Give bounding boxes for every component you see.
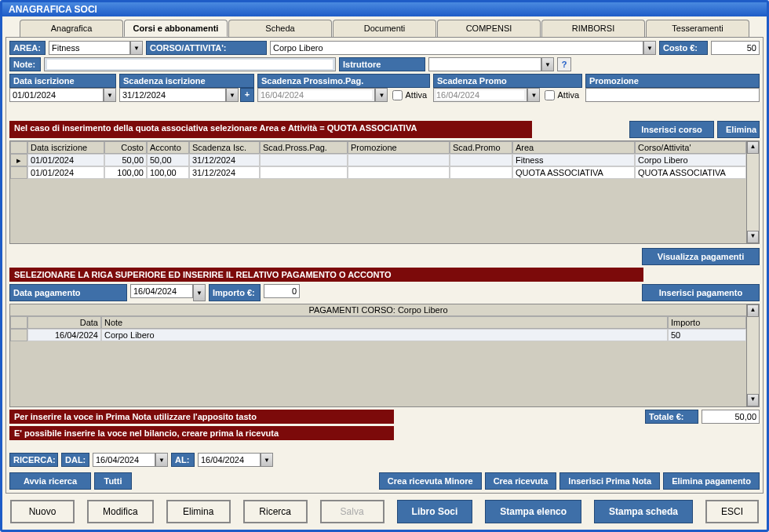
promozione-input[interactable] xyxy=(585,88,760,102)
nuovo-button[interactable]: Nuovo xyxy=(10,500,75,523)
chevron-down-icon[interactable]: ▼ xyxy=(193,284,206,301)
importo-label: Importo €: xyxy=(209,284,261,301)
banner-seleziona-riga: SELEZIONARE LA RIGA SUPERIORE ED INSERIR… xyxy=(9,268,643,282)
scadenza-promo-input[interactable] xyxy=(433,88,527,102)
data-iscrizione-label: Data iscrizione xyxy=(9,74,116,88)
banner-bilancio: E' possibile inserire la voce nel bilanc… xyxy=(9,426,394,440)
costo-label: Costo €: xyxy=(659,41,708,55)
col-promozione[interactable]: Promozione xyxy=(348,141,450,154)
chevron-down-icon[interactable]: ▼ xyxy=(541,57,554,71)
tutti-button[interactable]: Tutti xyxy=(94,472,132,490)
scadenza-prossimo-pag-label: Scadenza Prossimo.Pag. xyxy=(257,74,430,88)
note-label: Note: xyxy=(9,57,41,71)
window-title: ANAGRAFICA SOCI xyxy=(2,2,767,16)
al-input[interactable] xyxy=(198,453,261,467)
totale-label: Totale €: xyxy=(645,410,698,424)
tab-anagrafica[interactable]: Anagrafica xyxy=(20,20,123,37)
chevron-down-icon[interactable]: ▼ xyxy=(226,88,239,102)
scroll-down-icon[interactable]: ▼ xyxy=(747,231,759,243)
libro-soci-button[interactable]: Libro Soci xyxy=(397,500,473,523)
help-icon[interactable]: ? xyxy=(557,57,571,71)
stampa-scheda-button[interactable]: Stampa scheda xyxy=(594,500,693,523)
banner-quota: Nel caso di inserimento della quota asso… xyxy=(9,121,532,138)
dal-label: DAL: xyxy=(61,453,89,467)
col-importo[interactable]: Importo xyxy=(668,316,746,329)
tab-rimborsi[interactable]: RIMBORSI xyxy=(541,20,645,37)
area-select[interactable] xyxy=(49,41,130,55)
chevron-down-icon[interactable]: ▼ xyxy=(155,453,168,467)
col-note[interactable]: Note xyxy=(101,316,668,329)
attiva1-checkbox[interactable]: Attiva xyxy=(389,88,430,102)
inserisci-prima-nota-button[interactable]: Inserisci Prima Nota xyxy=(559,472,660,490)
inserisci-pagamento-button[interactable]: Inserisci pagamento xyxy=(642,284,760,301)
costo-input[interactable] xyxy=(711,41,760,55)
scadenza-pross-pag-input[interactable] xyxy=(257,88,375,102)
stampa-elenco-button[interactable]: Stampa elenco xyxy=(485,500,581,523)
col-acconto[interactable]: Acconto xyxy=(147,141,189,154)
col-costo[interactable]: Costo xyxy=(104,141,147,154)
scadenza-iscrizione-input[interactable] xyxy=(119,88,226,102)
col-scadenza-isc[interactable]: Scadenza Isc. xyxy=(189,141,260,154)
elimina-button[interactable]: Elimina xyxy=(166,500,231,523)
dal-input[interactable] xyxy=(93,453,155,467)
corso-select[interactable] xyxy=(270,41,643,55)
data-pagamento-label: Data pagamento xyxy=(9,284,127,301)
istruttore-label: Istruttore xyxy=(339,57,425,71)
avvia-ricerca-button[interactable]: Avvia ricerca xyxy=(9,472,91,490)
istruttore-select[interactable] xyxy=(428,57,541,71)
scadenza-promo-label: Scadenza Promo xyxy=(433,74,582,88)
note-input[interactable] xyxy=(44,57,336,71)
table-row[interactable]: ▸ 01/01/2024 50,00 50,00 31/12/2024 Fitn… xyxy=(10,154,759,166)
grid2-title: PAGAMENTI CORSO: Corpo Libero xyxy=(10,304,746,316)
visualizza-pagamenti-button[interactable]: Visualizza pagamenti xyxy=(642,248,760,265)
corso-label: CORSO/ATTIVITA': xyxy=(146,41,267,55)
data-pagamento-input[interactable] xyxy=(130,284,193,298)
area-label: AREA: xyxy=(9,41,46,55)
tab-scheda[interactable]: Scheda xyxy=(228,20,332,37)
scadenza-iscrizione-label: Scadenza iscrizione xyxy=(119,74,254,88)
tab-bar: Anagrafica Corsi e abbonamenti Scheda Do… xyxy=(5,20,764,37)
modifica-button[interactable]: Modifica xyxy=(87,500,154,523)
tab-documenti[interactable]: Documenti xyxy=(333,20,436,37)
tab-tesseramenti[interactable]: Tesseramenti xyxy=(646,20,749,37)
col-area[interactable]: Area xyxy=(512,141,635,154)
col-scad-promo[interactable]: Scad.Promo xyxy=(450,141,512,154)
scroll-down-icon[interactable]: ▼ xyxy=(747,394,759,406)
scroll-up-icon[interactable]: ▲ xyxy=(747,141,759,154)
plus-button[interactable]: + xyxy=(240,88,254,102)
elimina-pagamento-button[interactable]: Elimina pagamento xyxy=(663,472,760,490)
ricerca-label: RICERCA: xyxy=(9,453,58,467)
table-row[interactable]: 16/04/2024 Corpo Libero 50 xyxy=(10,329,759,341)
chevron-down-icon[interactable]: ▼ xyxy=(261,453,273,467)
col-data[interactable]: Data xyxy=(27,316,101,329)
inserisci-corso-button[interactable]: Inserisci corso xyxy=(629,121,714,138)
esci-button[interactable]: ESCI xyxy=(705,500,759,523)
chevron-down-icon[interactable]: ▼ xyxy=(104,88,116,102)
col-corso-attivita[interactable]: Corso/Attivita' xyxy=(635,141,746,154)
al-label: AL: xyxy=(171,453,195,467)
crea-ricevuta-minore-button[interactable]: Crea ricevuta Minore xyxy=(379,472,482,490)
col-data-iscrizione[interactable]: Data iscrizione xyxy=(27,141,104,154)
chevron-down-icon[interactable]: ▼ xyxy=(375,88,388,102)
banner-prima-nota: Per inserire la voce in Prima Nota utili… xyxy=(9,410,394,424)
chevron-down-icon[interactable]: ▼ xyxy=(527,88,540,102)
crea-ricevuta-button[interactable]: Crea ricevuta xyxy=(485,472,557,490)
scroll-up-icon[interactable]: ▲ xyxy=(747,304,759,317)
totale-value: 50,00 xyxy=(702,410,760,424)
ricerca-button[interactable]: Ricerca xyxy=(243,500,308,523)
table-row[interactable]: 01/01/2024 100,00 100,00 31/12/2024 QUOT… xyxy=(10,166,759,179)
tab-compensi[interactable]: COMPENSI xyxy=(437,20,541,37)
chevron-down-icon[interactable]: ▼ xyxy=(643,41,656,55)
attiva2-checkbox[interactable]: Attiva xyxy=(541,88,582,102)
promozione-label: Promozione xyxy=(585,74,760,88)
corsi-grid[interactable]: Data iscrizione Costo Acconto Scadenza I… xyxy=(9,140,760,244)
elimina-corso-button[interactable]: Elimina xyxy=(717,121,760,138)
chevron-down-icon[interactable]: ▼ xyxy=(130,41,143,55)
pagamenti-grid[interactable]: PAGAMENTI CORSO: Corpo Libero Data Note … xyxy=(9,304,760,407)
importo-input[interactable] xyxy=(264,284,300,298)
col-scad-pross-pag[interactable]: Scad.Pross.Pag. xyxy=(260,141,348,154)
tab-corsi[interactable]: Corsi e abbonamenti xyxy=(124,20,228,37)
data-iscrizione-input[interactable] xyxy=(9,88,104,102)
salva-button: Salva xyxy=(320,500,384,523)
